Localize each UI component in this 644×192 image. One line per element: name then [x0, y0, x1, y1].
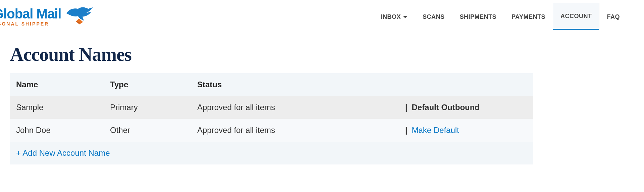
cell-name: Sample: [16, 103, 110, 112]
brand-text: Global Mail RSONAL SHIPPER: [0, 7, 61, 27]
pipe-separator: |: [405, 103, 408, 112]
main-nav: INBOX SCANS SHIPMENTS PAYMENTS ACCOUNT F…: [373, 3, 627, 30]
nav-account-label: ACCOUNT: [560, 13, 592, 20]
account-names-table: Name Type Status Sample Primary Approved…: [10, 73, 533, 164]
chevron-down-icon: [403, 13, 408, 20]
nav-inbox[interactable]: INBOX: [373, 3, 415, 30]
pipe-separator: |: [405, 126, 408, 135]
cell-name: John Doe: [16, 126, 110, 135]
default-outbound-label: Default Outbound: [412, 103, 480, 112]
table-header-row: Name Type Status: [10, 73, 533, 96]
cell-action: | Default Outbound: [405, 103, 527, 112]
nav-payments-label: PAYMENTS: [512, 13, 545, 20]
table-row: Sample Primary Approved for all items | …: [10, 96, 533, 119]
table-row: John Doe Other Approved for all items | …: [10, 119, 533, 142]
col-header-name: Name: [16, 80, 110, 89]
col-header-status: Status: [197, 80, 405, 89]
col-header-type: Type: [110, 80, 197, 89]
cell-type: Primary: [110, 103, 197, 112]
nav-scans[interactable]: SCANS: [415, 3, 452, 30]
page-title: Account Names: [10, 44, 644, 65]
nav-faq-label: FAQ: [607, 13, 620, 20]
nav-shipments-label: SHIPMENTS: [460, 13, 496, 20]
make-default-link[interactable]: Make Default: [412, 126, 459, 135]
brand-name: Global Mail: [0, 7, 61, 20]
nav-shipments[interactable]: SHIPMENTS: [452, 3, 504, 30]
cell-status: Approved for all items: [197, 103, 405, 112]
add-account-name-link[interactable]: + Add New Account Name: [16, 148, 110, 158]
nav-scans-label: SCANS: [423, 13, 445, 20]
cell-type: Other: [110, 126, 197, 135]
add-account-row: + Add New Account Name: [10, 142, 533, 164]
nav-payments[interactable]: PAYMENTS: [504, 3, 553, 30]
nav-account[interactable]: ACCOUNT: [553, 3, 599, 30]
nav-inbox-label: INBOX: [381, 13, 401, 20]
cell-status: Approved for all items: [197, 126, 405, 135]
main-content: Account Names Name Type Status Sample Pr…: [0, 30, 644, 164]
brand-logo[interactable]: Global Mail RSONAL SHIPPER: [0, 4, 95, 29]
brand-tagline: RSONAL SHIPPER: [0, 21, 61, 27]
topbar: Global Mail RSONAL SHIPPER INBOX SCANS S…: [0, 0, 644, 30]
bird-icon: [64, 4, 95, 29]
cell-action: | Make Default: [405, 126, 527, 135]
nav-faq[interactable]: FAQ: [599, 3, 627, 30]
